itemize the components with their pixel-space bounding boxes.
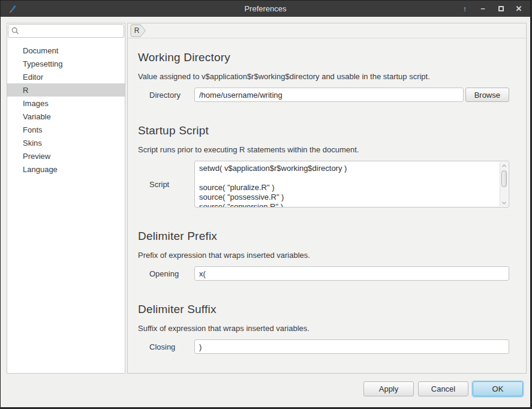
breadcrumb: R: [128, 23, 526, 38]
preferences-window: Preferences ↑ − ✕ Document Types: [0, 0, 531, 408]
rollup-icon[interactable]: ↑: [459, 4, 470, 14]
opening-input[interactable]: [194, 266, 509, 281]
startup-script-heading: Startup Script: [138, 124, 509, 137]
scroll-down-icon[interactable]: [500, 199, 508, 206]
sidebar: Document Typesetting Editor R Images Var…: [7, 23, 125, 374]
delimiter-suffix-description: Suffix of expression that wraps inserted…: [138, 324, 509, 333]
startup-script-description: Script runs prior to executing R stateme…: [138, 145, 509, 154]
maximize-icon[interactable]: [495, 4, 506, 14]
delimiter-prefix-description: Prefix of expression that wraps inserted…: [138, 251, 509, 260]
sidebar-item-document[interactable]: Document: [7, 44, 125, 57]
sidebar-item-editor[interactable]: Editor: [7, 70, 125, 83]
directory-label: Directory: [149, 91, 194, 100]
browse-button[interactable]: Browse: [465, 88, 509, 102]
closing-label: Closing: [149, 342, 194, 351]
dialog-body: Document Typesetting Editor R Images Var…: [1, 17, 530, 407]
sidebar-item-images[interactable]: Images: [7, 97, 125, 110]
nav-list: Document Typesetting Editor R Images Var…: [7, 44, 125, 176]
working-directory-description: Value assigned to v$application$r$workin…: [138, 72, 509, 81]
delimiter-prefix-heading: Delimiter Prefix: [138, 230, 509, 243]
maximize-box-glyph: [498, 6, 504, 11]
script-textarea[interactable]: setwd( v$application$r$working$directory…: [195, 161, 499, 207]
delimiter-suffix-heading: Delimiter Suffix: [138, 303, 509, 316]
search-icon: [11, 27, 19, 35]
opening-field-row: Opening: [149, 266, 509, 281]
breadcrumb-label: R: [134, 26, 140, 35]
closing-input[interactable]: [194, 339, 509, 354]
sidebar-item-r[interactable]: R: [7, 83, 125, 97]
panels: Document Typesetting Editor R Images Var…: [7, 23, 527, 374]
minimize-icon[interactable]: −: [477, 4, 488, 14]
close-icon[interactable]: ✕: [513, 4, 524, 14]
directory-field-row: Directory Browse: [149, 88, 509, 102]
directory-input[interactable]: [194, 88, 464, 102]
settings-form: Working Directory Value assigned to v$ap…: [128, 38, 526, 373]
sidebar-item-language[interactable]: Language: [7, 163, 125, 176]
sidebar-item-fonts[interactable]: Fonts: [7, 123, 125, 136]
script-editor: setwd( v$application$r$working$directory…: [194, 161, 509, 207]
scrollbar-thumb[interactable]: [501, 170, 507, 187]
script-field-row: Script setwd( v$application$r$working$di…: [149, 161, 509, 207]
content-panel: R Working Directory Value assigned to v$…: [127, 23, 527, 374]
button-bar: Apply Cancel OK: [7, 374, 527, 407]
script-scrollbar[interactable]: [500, 162, 508, 206]
apply-button[interactable]: Apply: [363, 381, 414, 396]
ok-button[interactable]: OK: [473, 381, 523, 396]
scrollbar-track[interactable]: [500, 169, 508, 199]
breadcrumb-item-r[interactable]: R: [130, 24, 147, 37]
search-input[interactable]: [22, 26, 121, 35]
sidebar-item-variable[interactable]: Variable: [7, 110, 125, 123]
cancel-button[interactable]: Cancel: [418, 381, 468, 396]
search-box: [8, 24, 124, 38]
script-label: Script: [149, 180, 194, 189]
sidebar-item-typesetting[interactable]: Typesetting: [7, 57, 125, 70]
scroll-up-icon[interactable]: [500, 162, 508, 169]
window-controls: ↑ − ✕: [459, 4, 524, 14]
window-title: Preferences: [1, 4, 530, 13]
opening-label: Opening: [149, 269, 194, 278]
working-directory-heading: Working Directory: [138, 51, 509, 64]
sidebar-item-preview[interactable]: Preview: [7, 149, 125, 163]
titlebar: Preferences ↑ − ✕: [1, 1, 530, 17]
closing-field-row: Closing: [149, 339, 509, 354]
sidebar-item-skins[interactable]: Skins: [7, 136, 125, 149]
